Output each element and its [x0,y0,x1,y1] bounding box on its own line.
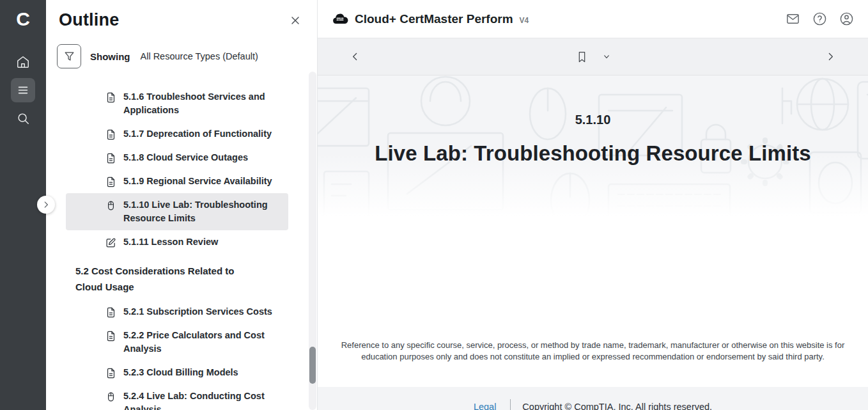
outline-button[interactable] [11,78,35,102]
search-icon [16,111,30,125]
outline-item[interactable]: 5.1.9 Regional Service Availability [66,170,288,193]
account-icon [839,12,854,26]
cloud-icon [332,12,348,26]
app-version: V4 [520,16,529,25]
close-outline-button[interactable] [288,13,303,28]
outline-item-label: 5.1.9 Regional Service Availability [123,175,272,188]
outline-scrollbar-track[interactable] [309,72,316,410]
mail-icon [786,12,800,26]
filter-button[interactable] [57,44,81,68]
outline-title: Outline [59,10,119,30]
account-button[interactable] [839,12,854,26]
outline-item[interactable]: 5.1.11 Lesson Review [66,230,288,254]
panel-expand-button[interactable] [37,196,55,214]
document-icon [105,91,116,104]
page-footer: Legal Copyright © CompTIA, Inc. All righ… [318,387,868,410]
outline-item[interactable]: 5.1.6 Troubleshoot Services and Applicat… [66,85,288,122]
outline-item[interactable]: 5.1.8 Cloud Service Outages [66,146,288,170]
outline-list: 5.1.6 Troubleshoot Services and Applicat… [46,85,317,410]
outline-item-label: 5.2.3 Cloud Billing Models [123,366,238,379]
filter-value: All Resource Types (Default) [141,51,258,61]
outline-item-current[interactable]: 5.1.10 Live Lab: Troubleshooting Resourc… [66,193,288,230]
next-page-button[interactable] [823,49,839,65]
brand: Cloud+ CertMaster Perform V4 [332,12,529,26]
close-icon [289,14,302,27]
filter-label: Showing [90,51,130,62]
help-button[interactable] [812,12,827,26]
main-area: Cloud+ CertMaster Perform V4 [318,0,868,410]
copyright-text: Copyright © CompTIA, Inc. All rights res… [522,402,712,410]
lesson-banner: 5.1.10 Live Lab: Troubleshooting Resourc… [318,75,868,216]
lesson-number: 5.1.10 [318,113,868,127]
chevron-left-icon [350,51,360,62]
filter-row: Showing All Resource Types (Default) [57,44,317,68]
filter-icon [63,51,75,63]
previous-page-button[interactable] [347,49,363,65]
outline-item[interactable]: 5.2.4 Live Lab: Conducting Cost Analysis [66,384,288,410]
document-icon [105,330,116,342]
document-icon [105,152,116,164]
app-header: Cloud+ CertMaster Perform V4 [318,0,868,38]
document-icon [105,176,116,188]
outline-item-label: 5.2.1 Subscription Services Costs [123,305,272,319]
edit-icon [105,237,116,249]
outline-panel: Outline Showing All Resource Types (Defa… [46,0,318,410]
bookmark-menu-button[interactable] [600,50,613,63]
lesson-content: Reference to any specific course, servic… [318,216,868,387]
chevron-down-icon [602,52,610,61]
outline-section-heading: 5.2 Cost Considerations Related to Cloud… [75,263,262,295]
outline-item-label: 5.1.6 Troubleshoot Services and Applicat… [123,90,277,117]
left-rail: C [0,0,46,410]
menu-icon [16,83,30,97]
document-icon [105,306,116,319]
chevron-right-icon [825,51,836,62]
app-title: Cloud+ CertMaster Perform [355,12,513,26]
search-button[interactable] [11,106,35,130]
mouse-icon [105,200,116,212]
outline-item-label: 5.1.11 Lesson Review [123,235,218,249]
home-icon [16,55,30,69]
footer-divider [510,399,511,410]
comptia-logo: C [10,6,36,32]
banner-text: 5.1.10 Live Lab: Troubleshooting Resourc… [318,113,868,166]
help-icon [812,12,827,26]
outline-item-label: 5.2.2 Price Calculators and Cost Analysi… [123,329,277,356]
outline-item[interactable]: 5.2.3 Cloud Billing Models [66,361,288,384]
bookmark-button[interactable] [573,47,591,67]
outline-item-label: 5.1.8 Cloud Service Outages [123,151,248,164]
outline-item[interactable]: 5.1.7 Deprecation of Functionality [66,122,288,146]
disclaimer-text: Reference to any specific course, servic… [341,340,846,363]
bookmark-icon [575,49,588,65]
mouse-icon [105,391,116,403]
rail-nav [11,50,35,130]
chevron-right-icon [42,200,50,209]
outline-scrollbar-thumb[interactable] [309,347,316,384]
document-icon [105,129,116,141]
outline-item-label: 5.2.4 Live Lab: Conducting Cost Analysis [123,390,277,410]
document-icon [105,367,116,379]
lesson-title: Live Lab: Troubleshooting Resource Limit… [318,141,868,166]
header-actions [786,12,854,26]
outline-item[interactable]: 5.2.1 Subscription Services Costs [66,300,288,324]
lesson-toolbar [318,38,868,75]
outline-item-label: 5.1.10 Live Lab: Troubleshooting Resourc… [123,198,277,225]
outline-item[interactable]: 5.2.2 Price Calculators and Cost Analysi… [66,324,288,361]
messages-button[interactable] [786,12,800,26]
legal-link[interactable]: Legal [474,402,496,410]
outline-item-label: 5.1.7 Deprecation of Functionality [123,127,272,141]
home-button[interactable] [11,50,35,74]
